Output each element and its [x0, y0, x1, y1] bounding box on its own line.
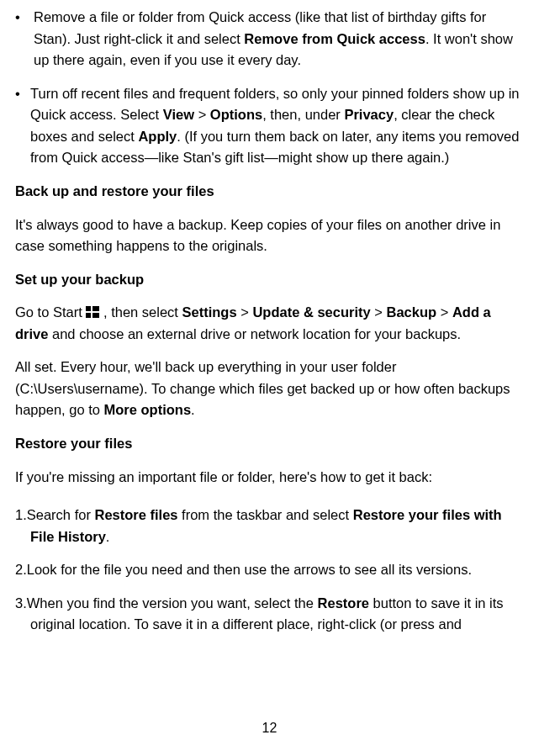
- bullet-turn-off-recent: • Turn off recent files and frequent fol…: [15, 83, 524, 169]
- para-restore-intro: If you're missing an important file or f…: [15, 467, 524, 489]
- bullet-text: Turn off recent files and frequent folde…: [30, 83, 524, 169]
- text: from the taskbar and select: [178, 507, 353, 522]
- text: >: [237, 304, 253, 320]
- bold-update-security: Update & security: [252, 304, 370, 320]
- bold-privacy: Privacy: [344, 107, 394, 122]
- text: , then, under: [262, 107, 344, 122]
- step-2: 2.Look for the file you need and then us…: [15, 559, 524, 581]
- para-setup: Go to Start , then select Settings > Upd…: [15, 302, 524, 345]
- step-3: 3.When you find the version you want, se…: [15, 593, 524, 636]
- bold-apply: Apply: [138, 129, 177, 144]
- text: When you find the version you want, sele…: [27, 595, 318, 611]
- bullet-text: Remove a file or folder from Quick acces…: [30, 7, 524, 71]
- text: Search for: [27, 507, 95, 522]
- heading-restore-files: Restore your files: [15, 433, 524, 455]
- text: >: [371, 304, 387, 320]
- text: .: [106, 529, 110, 544]
- bold-restore-files: Restore files: [94, 507, 177, 522]
- step-number: 1.: [15, 507, 27, 522]
- text: , then select: [99, 304, 182, 320]
- bullet-dot: •: [15, 7, 30, 71]
- text: Look for the file you need and then use …: [27, 562, 472, 577]
- bold-options: Options: [210, 107, 262, 122]
- step-1: 1.Search for Restore files from the task…: [15, 505, 524, 547]
- page-number: 12: [0, 718, 539, 739]
- heading-backup-restore: Back up and restore your files: [15, 181, 524, 203]
- text: and choose an external drive or network …: [48, 326, 461, 341]
- bold-settings: Settings: [182, 304, 237, 320]
- bold-more-options: More options: [104, 402, 192, 417]
- bold-restore-button: Restore: [318, 595, 369, 611]
- text: >: [194, 107, 210, 122]
- text: All set. Every hour, we'll back up every…: [15, 359, 510, 417]
- start-icon: [86, 306, 99, 318]
- text: .: [191, 402, 195, 417]
- bold-remove-quick-access: Remove from Quick access: [244, 31, 425, 46]
- step-number: 2.: [15, 562, 27, 577]
- step-number: 3.: [15, 595, 27, 611]
- para-backup-intro: It's always good to have a backup. Keep …: [15, 214, 524, 257]
- bullet-dot: •: [15, 83, 30, 169]
- para-allset: All set. Every hour, we'll back up every…: [15, 357, 524, 421]
- heading-setup-backup: Set up your backup: [15, 269, 524, 291]
- bold-backup: Backup: [387, 304, 437, 320]
- bullet-quick-access-remove: • Remove a file or folder from Quick acc…: [15, 7, 524, 71]
- text: >: [436, 304, 452, 320]
- bold-view: View: [163, 107, 194, 122]
- text: Go to Start: [15, 304, 86, 320]
